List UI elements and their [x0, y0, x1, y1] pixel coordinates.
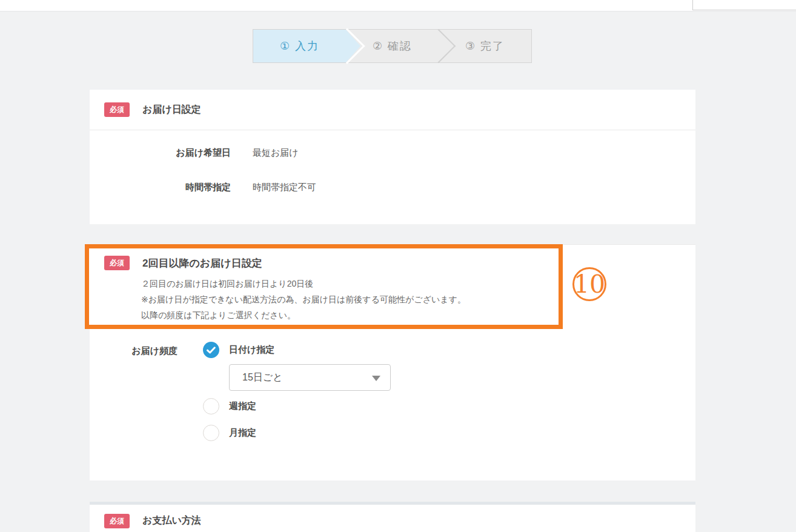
checkout-stepper: ① 入力 ② 確認 ③ 完了	[253, 29, 532, 63]
radio-unselected-icon[interactable]	[203, 425, 219, 441]
time-slot-value: 時間帯指定不可	[253, 182, 316, 193]
interval-select[interactable]: 15日ごと	[229, 364, 391, 391]
frequency-field: お届け頻度 日付け指定 15日ごと 週指定 月指定	[124, 342, 391, 441]
description-line: ２回目のお届け日は初回お届け日より20日後	[141, 276, 559, 291]
required-badge: 必須	[104, 514, 130, 528]
recurring-delivery-section: 必須 2回目以降のお届け日設定 ２回目のお届け日は初回お届け日より20日後 ※お…	[90, 244, 695, 480]
top-right-partial-box	[692, 0, 796, 10]
delivery-date-rows: お届け希望日 最短お届け 時間帯指定 時間帯指定不可	[90, 130, 695, 193]
desired-date-label: お届け希望日	[124, 147, 231, 159]
payment-method-section: 必須 お支払い方法	[90, 502, 695, 532]
section-title: お届け日設定	[142, 104, 201, 116]
option-date-specified[interactable]: 日付け指定	[203, 342, 391, 358]
section-title: 2回目以降のお届け日設定	[142, 256, 262, 270]
radio-unselected-icon[interactable]	[203, 398, 219, 414]
description-line: ※お届け日が指定できない配送方法の為、お届け日は前後する可能性がございます。	[141, 291, 559, 307]
option-date-specified-label: 日付け指定	[229, 344, 274, 356]
time-slot-row: 時間帯指定 時間帯指定不可	[124, 182, 695, 193]
step-complete: ③ 完了	[439, 30, 531, 62]
frequency-options: 日付け指定 15日ごと 週指定 月指定	[203, 342, 391, 441]
step-confirm-label: ② 確認	[373, 39, 412, 53]
payment-header: 必須 お支払い方法	[90, 505, 695, 532]
required-badge: 必須	[104, 256, 130, 270]
section-title: お支払い方法	[142, 514, 201, 527]
step-complete-label: ③ 完了	[465, 39, 505, 53]
recurring-header-row: 必須 2回目以降のお届け日設定	[104, 256, 559, 270]
option-monthly-label: 月指定	[229, 427, 256, 439]
top-bar	[0, 0, 796, 12]
radio-selected-icon[interactable]	[203, 342, 219, 358]
option-monthly[interactable]: 月指定	[203, 425, 391, 441]
step-input-label: ① 入力	[280, 39, 319, 53]
annotation-circled-10: 10	[572, 267, 606, 301]
step-input: ① 入力	[253, 30, 346, 62]
option-weekly[interactable]: 週指定	[203, 398, 391, 414]
description-line: 以降の頻度は下記よりご選択ください。	[141, 307, 559, 323]
required-badge: 必須	[104, 102, 130, 117]
option-weekly-label: 週指定	[229, 401, 256, 412]
delivery-date-section: 必須 お届け日設定 お届け希望日 最短お届け 時間帯指定 時間帯指定不可	[90, 90, 695, 224]
highlighted-recurring-header: 必須 2回目以降のお届け日設定 ２回目のお届け日は初回お届け日より20日後 ※お…	[85, 244, 563, 329]
interval-select-value: 15日ごと	[242, 371, 283, 384]
time-slot-label: 時間帯指定	[124, 182, 231, 193]
recurring-description: ２回目のお届け日は初回お届け日より20日後 ※お届け日が指定できない配送方法の為…	[141, 276, 559, 323]
caret-down-icon	[372, 376, 380, 381]
desired-date-row: お届け希望日 最短お届け	[124, 147, 695, 159]
desired-date-value: 最短お届け	[253, 147, 299, 159]
check-icon	[207, 347, 216, 354]
delivery-date-header: 必須 お届け日設定	[90, 90, 695, 130]
frequency-label: お届け頻度	[124, 342, 177, 441]
annotation-number: 10	[574, 272, 605, 297]
